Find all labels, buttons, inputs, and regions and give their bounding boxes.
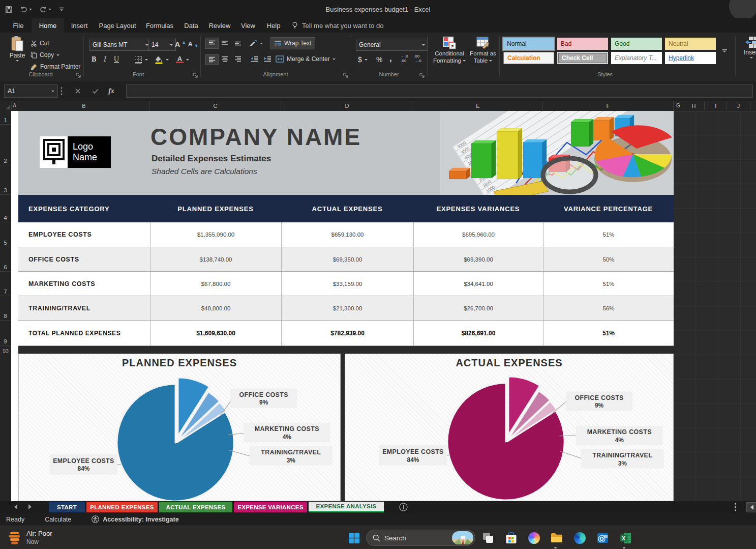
borders-button[interactable] (133, 54, 149, 65)
style-hyperlink[interactable]: Hyperlink (665, 52, 716, 64)
style-calculation[interactable]: Calculation (503, 52, 554, 64)
format-as-table-button[interactable]: Format as Table (469, 36, 497, 64)
merge-center-button[interactable]: Merge & Center (275, 53, 337, 65)
paste-button[interactable]: Paste (6, 36, 28, 62)
align-top-button[interactable] (205, 38, 219, 49)
column-header-j[interactable]: J (727, 101, 750, 110)
comma-style-button[interactable]: , (388, 53, 393, 64)
cell-category[interactable]: TOTAL PLANNED EXPENSES (18, 321, 150, 345)
tab-help[interactable]: Help (261, 18, 286, 33)
tell-me-box[interactable]: Tell me what you want to do (292, 18, 383, 33)
row-header-10[interactable]: 10 (0, 346, 11, 358)
cell-variance[interactable]: $26,700.00 (413, 296, 543, 320)
actual-expenses-chart[interactable]: ACTUAL EXPENSES OFFICE COSTS 9% MARKETIN… (345, 354, 674, 501)
cell-category[interactable]: OFFICE COSTS (18, 247, 150, 271)
align-left-button[interactable] (205, 54, 219, 65)
cell-actual[interactable]: $659,130.00 (281, 222, 413, 247)
font-dialog-launcher[interactable] (192, 72, 198, 78)
format-painter-button[interactable]: Format Painter (29, 61, 81, 72)
tabbar-options-button[interactable] (734, 503, 737, 511)
sheet-tab-start[interactable]: START (49, 502, 85, 512)
cell-actual[interactable]: $21,300.00 (281, 296, 413, 320)
row-header-5[interactable]: 5 (0, 222, 11, 247)
row-header-7[interactable]: 7 (0, 272, 11, 296)
copilot-button[interactable] (527, 531, 541, 545)
align-center-button[interactable] (219, 54, 231, 64)
taskbar-search[interactable]: Search (366, 530, 475, 546)
select-all-corner[interactable] (0, 101, 12, 110)
formula-bar-options[interactable] (55, 84, 68, 98)
cell-planned[interactable]: $138,740.00 (150, 247, 281, 271)
column-header-f[interactable]: F (543, 101, 674, 110)
tab-home[interactable]: Home (32, 18, 64, 33)
cell-pct[interactable]: 56% (543, 296, 674, 320)
cell-category[interactable]: EMPLOYEE COSTS (18, 222, 150, 247)
style-good[interactable]: Good (611, 38, 662, 50)
planned-expenses-chart[interactable]: PLANNED EXPENSES OFFICE COSTS 9% MARKETI… (18, 354, 341, 501)
weather-widget[interactable]: Air: Poor Now (8, 530, 52, 546)
cell-planned[interactable]: $48,000.00 (150, 296, 281, 320)
file-explorer-button[interactable] (550, 531, 564, 545)
orientation-button[interactable] (248, 38, 264, 49)
cell-pct[interactable]: 51% (543, 222, 674, 247)
tab-review[interactable]: Review (204, 18, 235, 33)
insert-cells-button[interactable]: Insert (740, 36, 756, 59)
formula-input[interactable] (126, 84, 753, 98)
tab-view[interactable]: View (236, 18, 260, 33)
cell-pct[interactable]: 51% (543, 272, 674, 296)
percent-style-button[interactable]: % (375, 54, 383, 65)
align-middle-button[interactable] (219, 38, 231, 48)
shrink-font-button[interactable]: A▼ (187, 39, 200, 50)
copy-button[interactable]: Copy (29, 49, 61, 61)
undo-button[interactable] (20, 6, 32, 13)
decrease-indent-button[interactable] (248, 54, 260, 64)
column-header-i[interactable]: I (705, 101, 727, 110)
number-dialog-launcher[interactable] (419, 72, 425, 78)
enter-button[interactable] (88, 84, 102, 98)
font-name-select[interactable]: Gill Sans MT (89, 39, 152, 51)
style-explanatory[interactable]: Explanatory T... (611, 52, 662, 64)
insert-function-button[interactable]: fx (105, 84, 118, 98)
worksheet-header[interactable]: Logo Name COMPANY NAME Detailed Expenses… (18, 111, 674, 195)
cell-actual[interactable]: $782,939.00 (281, 321, 413, 345)
cancel-button[interactable] (71, 84, 84, 98)
task-view-button[interactable] (481, 531, 495, 545)
sheet-nav-next[interactable] (28, 504, 32, 509)
edge-button[interactable] (572, 531, 587, 545)
column-header-e[interactable]: E (413, 101, 543, 110)
cell-pct[interactable]: 50% (543, 247, 674, 271)
styles-gallery-more-button[interactable] (718, 45, 731, 57)
font-color-button[interactable]: A (175, 54, 190, 65)
bold-button[interactable]: B (90, 54, 101, 65)
row-header-9[interactable]: 9 (0, 321, 11, 346)
cell-actual[interactable]: $69,350.00 (281, 247, 413, 271)
sheet-tab-expense-variances[interactable]: EXPENSE VARIANCES (234, 502, 307, 512)
column-header-c[interactable]: C (150, 101, 281, 110)
row-header-8[interactable]: 8 (0, 296, 11, 321)
excel-button[interactable]: X (618, 531, 632, 545)
row-header-1[interactable]: 1 (0, 111, 11, 125)
cell-planned[interactable]: $1,355,090.00 (150, 222, 281, 247)
cell-variance[interactable]: $69,390.00 (413, 247, 543, 271)
style-check-cell[interactable]: Check Cell (557, 52, 608, 64)
tab-formulas[interactable]: Formulas (141, 18, 178, 33)
style-normal[interactable]: Normal (503, 38, 554, 50)
redo-button[interactable] (39, 6, 51, 13)
style-bad[interactable]: Bad (557, 38, 608, 50)
account-avatar[interactable] (729, 0, 756, 20)
align-right-button[interactable] (232, 54, 244, 64)
tab-file[interactable]: File (7, 18, 29, 33)
column-header-d[interactable]: D (281, 101, 413, 110)
cell-category[interactable]: TRAINING/TRAVEL (18, 296, 150, 320)
empty-cells-area[interactable] (674, 111, 756, 501)
cell-variance[interactable]: $695,960.00 (413, 222, 543, 247)
name-box[interactable]: A1 (4, 84, 58, 98)
row-header-6[interactable]: 6 (0, 247, 11, 272)
hscroll-left-button[interactable] (746, 502, 756, 512)
cut-button[interactable]: Cut (29, 38, 50, 49)
cell-planned[interactable]: $67,800.00 (150, 272, 281, 296)
font-size-select[interactable]: 14 (148, 39, 176, 51)
sheet-nav-prev[interactable] (14, 504, 17, 509)
status-calculate[interactable]: Calculate (45, 516, 71, 523)
column-a-strip[interactable] (11, 111, 18, 501)
